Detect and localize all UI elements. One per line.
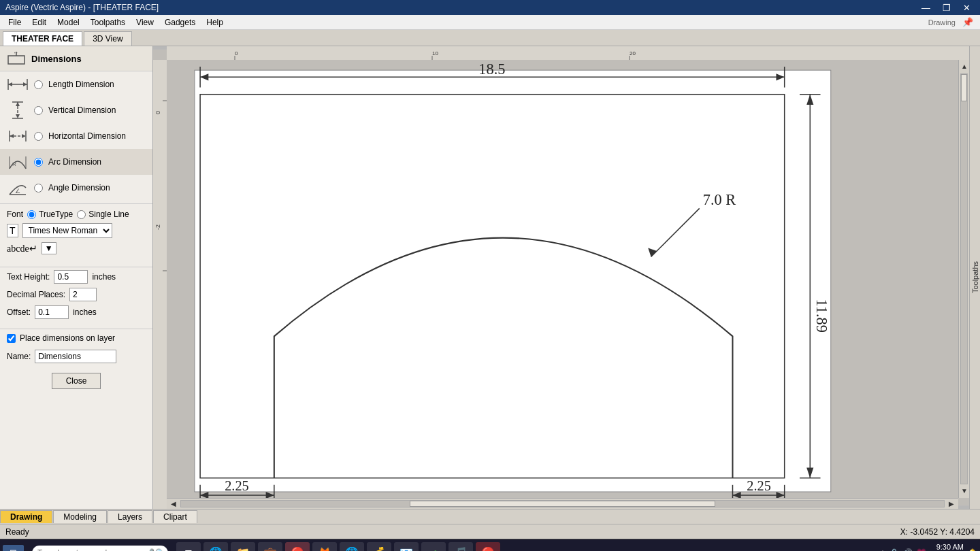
text-height-label: Text Height: [7, 272, 50, 282]
singleline-radio[interactable] [77, 210, 86, 219]
close-button-window[interactable]: ✕ [959, 3, 975, 13]
mic-icon: 🎤 [144, 548, 154, 552]
scroll-down-btn[interactable]: ▼ [960, 487, 968, 495]
offset-unit: inches [73, 307, 97, 317]
svg-text:-2: -2 [154, 224, 161, 230]
br-dim-text: 2.25 [747, 478, 771, 493]
angle-dimension-option[interactable]: ∠ Angle Dimension [0, 175, 152, 201]
text-height-input[interactable] [54, 270, 88, 284]
svg-rect-23 [167, 46, 969, 60]
hscroll-thumb[interactable] [410, 501, 715, 507]
search-container: 🔍 🎤 [29, 546, 171, 552]
decimal-places-row: Decimal Places: [7, 288, 146, 301]
menu-help[interactable]: Help [201, 16, 229, 29]
hscroll-track[interactable] [180, 500, 945, 507]
vertical-dimension-option[interactable]: Vertical Dimension [0, 97, 152, 123]
offset-row: Offset: inches [7, 305, 146, 319]
name-label: Name: [7, 352, 31, 361]
maximize-button[interactable]: ❐ [938, 3, 955, 13]
horizontal-dimension-icon [7, 127, 29, 146]
menu-file[interactable]: File [3, 16, 27, 29]
taskbar-app-firefox[interactable]: 🦊 [312, 542, 337, 552]
arc-radio[interactable] [34, 158, 43, 167]
length-label: Length Dimension [48, 80, 114, 89]
tab-drawing[interactable]: Drawing [0, 510, 52, 523]
close-button[interactable]: Close [52, 373, 101, 389]
svg-rect-0 [8, 56, 24, 64]
horizontal-radio[interactable] [34, 132, 43, 141]
scroll-right-btn[interactable]: ▶ [947, 500, 956, 508]
right-scrollbar[interactable]: ▲ ▼ [958, 60, 969, 498]
horizontal-label: Horizontal Dimension [48, 131, 126, 141]
svg-rect-30 [153, 60, 167, 509]
tab-layers[interactable]: Layers [108, 510, 152, 523]
taskbar-app-explorer[interactable]: 📁 [231, 542, 255, 552]
arc-dim-text: 7.0 R [703, 191, 736, 208]
length-radio[interactable] [34, 80, 43, 89]
arc-label: Arc Dimension [48, 157, 101, 167]
horizontal-dimension-option[interactable]: Horizontal Dimension [0, 123, 152, 149]
taskbar-app-quickbooks[interactable]: 💰 [367, 542, 391, 552]
tab-modeling[interactable]: Modeling [53, 510, 107, 523]
taskbar: ⊞ 🔍 🎤 ⊟ 🌐 📁 💼 🔴 🦊 🌐 💰 📧 ✔ 🎵 🔴 ∧ 🔒 🔊 💗 9:… [0, 539, 980, 551]
bottom-scrollbar[interactable]: ◀ ▶ [167, 498, 958, 509]
tray-up-arrow[interactable]: ∧ [880, 548, 885, 551]
taskbar-app-edge[interactable]: 🌐 [203, 542, 228, 552]
statusbar: Ready X: -3.0452 Y: 4.4204 [0, 524, 980, 539]
decimal-places-label: Decimal Places: [7, 290, 65, 299]
layer-name-input[interactable] [35, 350, 116, 363]
menu-model[interactable]: Model [52, 16, 85, 29]
scroll-up-btn[interactable]: ▲ [960, 63, 968, 71]
scroll-thumb[interactable] [961, 74, 967, 101]
taskbar-app-check[interactable]: ✔ [421, 542, 446, 552]
tab-theater-face[interactable]: THEATER FACE [3, 31, 82, 46]
taskbar-app-spotify[interactable]: 🎵 [448, 542, 473, 552]
menu-edit[interactable]: Edit [27, 16, 52, 29]
svg-text:↔: ↔ [13, 50, 18, 56]
arc-dimension-option[interactable]: R Arc Dimension [0, 149, 152, 175]
canvas-area: 0 10 20 0 -2 [153, 46, 969, 509]
drawing-white-area [195, 70, 831, 492]
font-preview: abcde↵ [7, 243, 37, 254]
vertical-radio[interactable] [34, 106, 43, 115]
tray-network-icon: 🔒 [889, 548, 899, 551]
time-display[interactable]: 9:30 AM 8/16/2018 [930, 542, 964, 551]
scroll-track[interactable] [960, 73, 968, 484]
svg-text:0: 0 [154, 111, 161, 114]
angle-radio[interactable] [34, 184, 43, 193]
svg-text:20: 20 [630, 50, 636, 56]
truetype-radio[interactable] [27, 210, 36, 219]
scroll-left-btn[interactable]: ◀ [169, 500, 178, 508]
menu-gadgets[interactable]: Gadgets [159, 16, 201, 29]
offset-label: Offset: [7, 307, 31, 317]
bl-dim-text: 2.25 [225, 478, 249, 493]
menu-view[interactable]: View [131, 16, 159, 29]
taskbar-app-store[interactable]: 💼 [258, 542, 282, 552]
font-dropdown-btn[interactable]: ▼ [42, 242, 56, 254]
font-select[interactable]: Times New Roman [22, 223, 112, 238]
vertical-label: Vertical Dimension [48, 105, 116, 115]
tab-row: THEATER FACE 3D View [0, 30, 980, 46]
font-label: Font [7, 210, 23, 219]
taskbar-app-chrome[interactable]: 🔴 [285, 542, 310, 552]
offset-input[interactable] [35, 305, 69, 319]
length-dimension-option[interactable]: Length Dimension [0, 71, 152, 97]
decimal-places-input[interactable] [69, 288, 97, 301]
notification-icon[interactable]: 🔔 [968, 548, 977, 551]
place-on-layer-checkbox[interactable] [7, 334, 16, 343]
left-panel: ↔ Dimensions Length Dimension [0, 46, 153, 509]
tab-3d-view[interactable]: 3D View [84, 31, 131, 46]
taskbar-app-taskview[interactable]: ⊟ [176, 542, 201, 552]
minimize-button[interactable]: — [917, 3, 934, 13]
width-dim-text: 18.5 [478, 61, 505, 78]
right-sidebar-toolpaths[interactable]: Toolpaths [969, 46, 980, 509]
start-button[interactable]: ⊞ [3, 545, 24, 551]
taskbar-app-extra[interactable]: 🔴 [476, 542, 500, 552]
taskbar-app-outlook[interactable]: 📧 [394, 542, 419, 552]
menu-toolpaths[interactable]: Toolpaths [85, 16, 131, 29]
panel-title: Dimensions [31, 54, 82, 64]
fields-section: Text Height: inches Decimal Places: Offs… [0, 267, 152, 329]
panel-pin[interactable]: 📌 [958, 16, 977, 29]
taskbar-app-ie[interactable]: 🌐 [340, 542, 364, 552]
tab-clipart[interactable]: Clipart [153, 510, 197, 523]
